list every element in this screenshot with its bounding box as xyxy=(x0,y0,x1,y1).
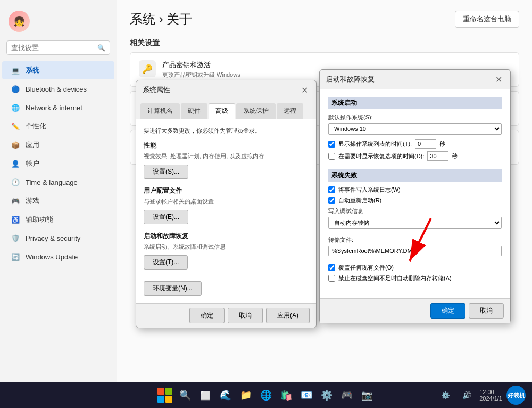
page-title: 系统 › 关于 xyxy=(130,11,192,28)
section-userprofile-title: 用户配置文件 xyxy=(144,186,309,195)
sidebar-label-system: 系统 xyxy=(26,66,39,75)
env-section: 环境变量(N)... xyxy=(144,277,309,296)
sidebar-label-apps: 应用 xyxy=(26,140,39,150)
show-list-spinner[interactable] xyxy=(415,139,436,149)
sidebar-item-system[interactable]: 💻 系统 xyxy=(2,61,114,79)
settings-button[interactable]: ⚙️ xyxy=(318,387,335,404)
show-recovery-unit: 秒 xyxy=(452,152,458,160)
tab-remote[interactable]: 远程 xyxy=(277,103,303,119)
sidebar-item-bluetooth[interactable]: 🔵 Bluetooth & devices xyxy=(2,80,114,98)
sysprop-cancel-button[interactable]: 取消 xyxy=(228,308,263,323)
performance-settings-button[interactable]: 设置(S)... xyxy=(144,165,188,179)
section-userprofile-desc: 与登录帐户相关的桌面设置 xyxy=(144,198,309,206)
system-startup-section: 系统启动 默认操作系统(S): Windows 10 显示操作系统列表的时间(T… xyxy=(328,97,502,161)
disable-low-disk-checkbox[interactable] xyxy=(328,275,335,282)
startup-cancel-button[interactable]: 取消 xyxy=(469,303,504,319)
chrome-button[interactable]: 🌐 xyxy=(257,387,275,404)
activation-desc: 更改产品密钥或升级 Windows xyxy=(162,71,240,79)
debug-info-label: 写入调试信息 xyxy=(328,207,502,215)
disable-low-disk-row: 禁止在磁盘空间不足时自动删除内存转储(A) xyxy=(328,274,502,282)
tab-advanced[interactable]: 高级 xyxy=(209,103,235,119)
write-event-row: 将事件写入系统日志(W) xyxy=(328,186,502,194)
time-icon: 🕐 xyxy=(11,177,20,187)
auto-restart-checkbox[interactable] xyxy=(328,197,335,204)
startup-body: 系统启动 默认操作系统(S): Windows 10 显示操作系统列表的时间(T… xyxy=(320,89,510,298)
startup-titlebar: 启动和故障恢复 ✕ xyxy=(320,70,510,89)
edge-button[interactable]: 🌊 xyxy=(217,387,234,404)
section-startup: 启动和故障恢复 系统启动、系统故障和调试信息 设置(T)... xyxy=(144,232,309,270)
startup-title: 启动和故障恢复 xyxy=(326,75,375,84)
sidebar-label-accounts: 帐户 xyxy=(26,159,39,168)
sysprop-body: 要进行大多数更改，你必须作为管理员登录。 性能 视觉效果, 处理器计划, 内存使… xyxy=(136,119,316,303)
sidebar-item-personalization[interactable]: ✏️ 个性化 xyxy=(2,117,114,135)
bluetooth-icon: 🔵 xyxy=(11,84,20,94)
dump-file-input[interactable] xyxy=(328,246,502,256)
startup-dialog: 启动和故障恢复 ✕ 系统启动 默认操作系统(S): Windows 10 显示操… xyxy=(319,69,511,323)
startup-close-button[interactable]: ✕ xyxy=(493,74,504,85)
search-input[interactable] xyxy=(11,44,97,52)
write-event-label: 将事件写入系统日志(W) xyxy=(338,186,401,194)
show-recovery-label: 在需要时显示恢复选项的时间(D): xyxy=(338,152,424,160)
section-startup-desc: 系统启动、系统故障和调试信息 xyxy=(144,243,309,251)
tab-computername[interactable]: 计算机名 xyxy=(140,103,180,119)
sysprop-ok-button[interactable]: 确定 xyxy=(189,308,225,323)
default-os-label: 默认操作系统(S): xyxy=(328,113,502,121)
sidebar-label-update: Windows Update xyxy=(26,253,78,261)
sidebar-item-privacy[interactable]: 🛡️ Privacy & security xyxy=(2,229,114,247)
activation-title: 产品密钥和激活 xyxy=(162,60,240,70)
default-os-row: 默认操作系统(S): Windows 10 xyxy=(328,113,502,135)
sidebar-item-update[interactable]: 🔄 Windows Update xyxy=(2,248,114,266)
tab-sysprotect[interactable]: 系统保护 xyxy=(236,103,276,119)
sysprop-close-button[interactable]: ✕ xyxy=(299,85,310,95)
rename-button[interactable]: 重命名这台电脑 xyxy=(455,11,519,28)
startup-settings-button[interactable]: 设置(T)... xyxy=(144,255,188,270)
avatar: 👧 xyxy=(9,11,30,32)
network-icon: 🌐 xyxy=(11,103,20,112)
camera-button[interactable]: 📷 xyxy=(359,387,376,404)
taskview-button[interactable]: ⬜ xyxy=(197,387,214,404)
system-startup-title: 系统启动 xyxy=(328,97,502,109)
activation-text: 产品密钥和激活 更改产品密钥或升级 Windows xyxy=(162,60,240,79)
sidebar-item-apps[interactable]: 📦 应用 xyxy=(2,136,114,154)
search-button[interactable]: 🔍 xyxy=(177,387,194,404)
taskbar-gear[interactable]: ⚙️ xyxy=(437,387,454,404)
xbox-button[interactable]: 🎮 xyxy=(338,387,355,404)
brand-text: 好装机 xyxy=(508,391,525,399)
sidebar-item-network[interactable]: 🌐 Network & internet xyxy=(2,99,114,117)
sidebar-item-accessibility[interactable]: ♿ 辅助功能 xyxy=(2,210,114,229)
auto-restart-label: 自动重新启动(R) xyxy=(338,197,381,205)
explorer-button[interactable]: 📁 xyxy=(237,387,254,404)
show-recovery-checkbox[interactable] xyxy=(328,153,335,160)
sysprop-apply-button[interactable]: 应用(A) xyxy=(266,308,310,323)
overwrite-label: 覆盖任何现有文件(O) xyxy=(338,264,394,272)
startup-ok-button[interactable]: 确定 xyxy=(430,303,466,319)
taskbar-volume[interactable]: 🔊 xyxy=(458,387,475,404)
overwrite-checkbox[interactable] xyxy=(328,264,335,271)
sidebar-label-bluetooth: Bluetooth & devices xyxy=(26,85,87,93)
windows-button[interactable] xyxy=(156,387,173,404)
sidebar-label-accessibility: 辅助功能 xyxy=(26,215,53,224)
taskbar-right: ⚙️ 🔊 12:002024/1/1 好装机 xyxy=(437,386,526,405)
show-recovery-row: 在需要时显示恢复选项的时间(D): 秒 xyxy=(328,151,502,161)
taskbar-center: 🔍 ⬜ 🌊 📁 🌐 🛍️ 📧 ⚙️ 🎮 📷 xyxy=(156,387,376,404)
sidebar-item-time[interactable]: 🕐 Time & language xyxy=(2,173,114,191)
update-icon: 🔄 xyxy=(11,252,20,262)
userprofile-settings-button[interactable]: 设置(E)... xyxy=(144,210,188,224)
show-list-checkbox[interactable] xyxy=(328,141,335,148)
write-event-checkbox[interactable] xyxy=(328,186,335,193)
show-recovery-spinner[interactable] xyxy=(427,151,448,161)
tab-hardware[interactable]: 硬件 xyxy=(181,103,207,119)
mail-button[interactable]: 📧 xyxy=(298,387,315,404)
key-icon: 🔑 xyxy=(139,60,156,77)
env-variables-button[interactable]: 环境变量(N)... xyxy=(144,281,202,296)
search-box[interactable]: 🔍 xyxy=(6,40,110,55)
taskbar-time: 12:002024/1/1 xyxy=(479,389,502,402)
system-failure-section: 系统失败 将事件写入系统日志(W) 自动重新启动(R) 写入调试信息 自动内存转… xyxy=(328,169,502,282)
default-os-select[interactable]: Windows 10 xyxy=(328,123,502,135)
debug-info-row: 写入调试信息 自动内存转储 xyxy=(328,207,502,232)
sidebar-item-accounts[interactable]: 👤 帐户 xyxy=(2,154,114,173)
sidebar-item-gaming[interactable]: 🎮 游戏 xyxy=(2,192,114,210)
dump-type-select[interactable]: 自动内存转储 xyxy=(328,217,502,229)
brand-badge[interactable]: 好装机 xyxy=(506,386,526,405)
store-button[interactable]: 🛍️ xyxy=(278,387,295,404)
